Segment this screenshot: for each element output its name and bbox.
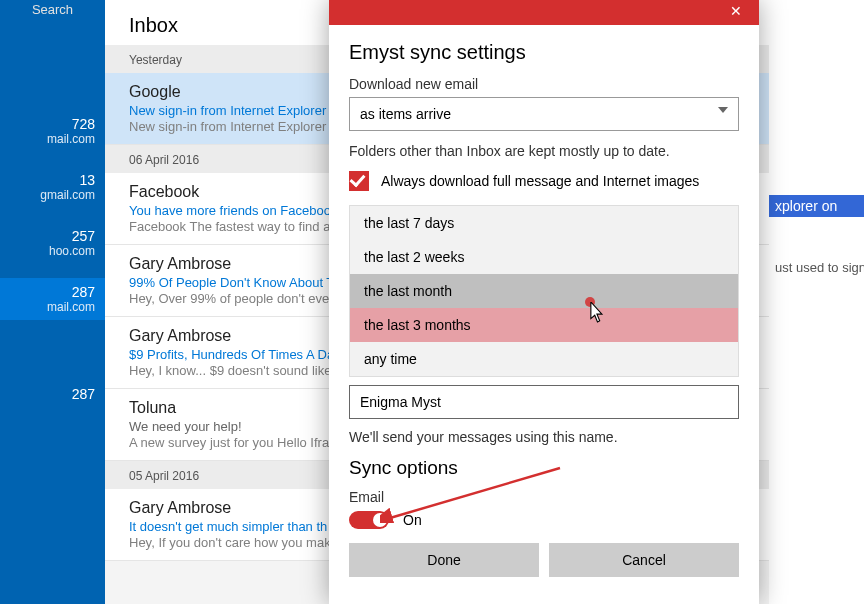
duration-option[interactable]: the last 3 months: [350, 308, 738, 342]
account-item[interactable]: 728 mail.com: [0, 110, 105, 152]
account-item[interactable]: 257 hoo.com: [0, 222, 105, 264]
duration-dropdown-list: the last 7 days the last 2 weeks the las…: [349, 205, 739, 377]
display-name-input[interactable]: Enigma Myst: [349, 385, 739, 419]
chevron-down-icon: [718, 107, 728, 113]
always-download-label: Always download full message and Interne…: [381, 173, 699, 189]
download-email-label: Download new email: [349, 76, 739, 92]
email-sync-toggle[interactable]: [349, 511, 389, 529]
close-button[interactable]: ✕: [713, 0, 759, 25]
sync-options-heading: Sync options: [349, 457, 739, 479]
toggle-state-label: On: [403, 512, 422, 528]
always-download-checkbox[interactable]: Always download full message and Interne…: [349, 171, 739, 191]
banner-fragment: xplorer on: [769, 195, 864, 217]
folders-note: Folders other than Inbox are kept mostly…: [349, 143, 739, 159]
dialog-titlebar: ✕: [329, 0, 759, 25]
sync-settings-dialog: ✕ Emyst sync settings Download new email…: [329, 0, 759, 604]
account-item[interactable]: 287 mail.com: [0, 278, 105, 320]
duration-option[interactable]: any time: [350, 342, 738, 376]
download-frequency-dropdown[interactable]: as items arrive: [349, 97, 739, 131]
reading-pane: xplorer on ust used to sign i: [769, 0, 864, 604]
duration-option[interactable]: the last 7 days: [350, 206, 738, 240]
email-toggle-label: Email: [349, 489, 739, 505]
body-fragment: ust used to sign i: [775, 260, 864, 275]
accounts-pane: Search 728 mail.com 13 gmail.com 257 hoo…: [0, 0, 105, 604]
cancel-button[interactable]: Cancel: [549, 543, 739, 577]
duration-option[interactable]: the last month: [350, 274, 738, 308]
search-label: Search: [0, 2, 105, 17]
account-item[interactable]: 13 gmail.com: [0, 166, 105, 208]
account-item[interactable]: 287: [0, 380, 105, 408]
done-button[interactable]: Done: [349, 543, 539, 577]
checkbox-icon: [349, 171, 369, 191]
duration-option[interactable]: the last 2 weeks: [350, 240, 738, 274]
dialog-title: Emyst sync settings: [349, 41, 739, 64]
display-name-note: We'll send your messages using this name…: [349, 429, 739, 445]
